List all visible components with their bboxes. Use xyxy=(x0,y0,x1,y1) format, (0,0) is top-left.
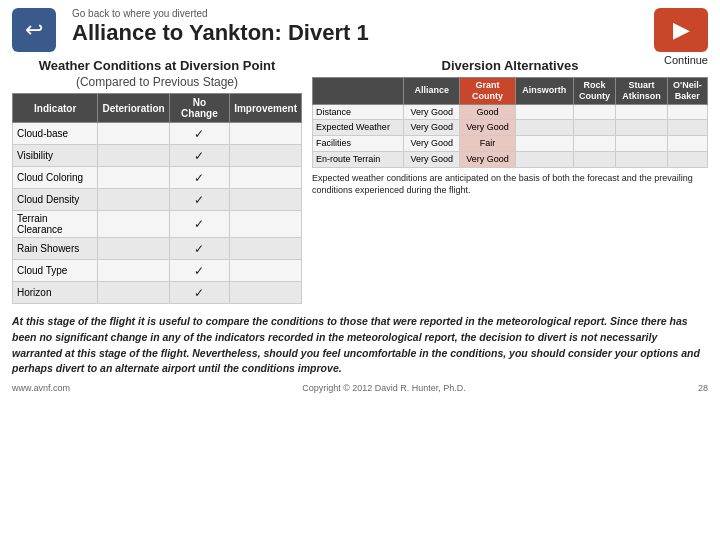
weather-improvement xyxy=(230,282,302,304)
diversion-section: Diversion Alternatives Alliance GrantCou… xyxy=(312,58,708,304)
div-cell-alliance: Very Good xyxy=(404,151,460,167)
div-cell-grant_county: Very Good xyxy=(460,120,516,136)
bottom-text: At this stage of the flight it is useful… xyxy=(0,308,720,381)
table-row: Cloud Coloring✓ xyxy=(13,167,302,189)
weather-indicator: Terrain Clearance xyxy=(13,211,98,238)
back-icon: ↩ xyxy=(25,19,43,41)
table-row: Cloud Density✓ xyxy=(13,189,302,211)
weather-table: Indicator Deterioration No Change Improv… xyxy=(12,93,302,304)
weather-nochange: ✓ xyxy=(169,282,230,304)
footer-left: www.avnf.com xyxy=(12,383,70,393)
table-row: Cloud Type✓ xyxy=(13,260,302,282)
weather-deterioration xyxy=(98,145,169,167)
weather-indicator: Cloud Density xyxy=(13,189,98,211)
main-title: Alliance to Yankton: Divert 1 xyxy=(72,20,646,46)
div-cell-rock_county xyxy=(573,120,616,136)
diversion-table: Alliance GrantCounty Ainsworth RockCount… xyxy=(312,77,708,168)
continue-button[interactable]: ▶ xyxy=(654,8,708,52)
weather-subtitle: (Compared to Previous Stage) xyxy=(12,75,302,89)
div-cell-grant_county: Good xyxy=(460,104,516,120)
table-row: Terrain Clearance✓ xyxy=(13,211,302,238)
weather-indicator: Visibility xyxy=(13,145,98,167)
weather-nochange: ✓ xyxy=(169,260,230,282)
div-cell-rock_county xyxy=(573,136,616,152)
weather-improvement xyxy=(230,260,302,282)
div-col-alliance: Alliance xyxy=(404,78,460,105)
div-col-oneil: O'Neil-Baker xyxy=(667,78,707,105)
div-cell-ainsworth xyxy=(516,136,574,152)
weather-improvement xyxy=(230,123,302,145)
div-cell-label: Facilities xyxy=(313,136,404,152)
div-cell-label: Expected Weather xyxy=(313,120,404,136)
table-row: Cloud-base✓ xyxy=(13,123,302,145)
div-cell-alliance: Very Good xyxy=(404,104,460,120)
div-cell-label: En-route Terrain xyxy=(313,151,404,167)
weather-improvement xyxy=(230,145,302,167)
table-row: Expected WeatherVery GoodVery Good xyxy=(313,120,708,136)
weather-deterioration xyxy=(98,211,169,238)
table-row: FacilitiesVery GoodFair xyxy=(313,136,708,152)
weather-indicator: Rain Showers xyxy=(13,238,98,260)
div-col-grant: GrantCounty xyxy=(460,78,516,105)
div-cell-oneil_baker xyxy=(667,151,707,167)
weather-tbody: Cloud-base✓Visibility✓Cloud Coloring✓Clo… xyxy=(13,123,302,304)
div-cell-stuart_atkinson xyxy=(616,104,667,120)
col-improvement: Improvement xyxy=(230,94,302,123)
weather-indicator: Cloud-base xyxy=(13,123,98,145)
weather-nochange: ✓ xyxy=(169,167,230,189)
col-nochange: No Change xyxy=(169,94,230,123)
table-row: Rain Showers✓ xyxy=(13,238,302,260)
weather-deterioration xyxy=(98,167,169,189)
footer-center: Copyright © 2012 David R. Hunter, Ph.D. xyxy=(302,383,466,393)
body: Weather Conditions at Diversion Point (C… xyxy=(0,56,720,308)
table-row: Visibility✓ xyxy=(13,145,302,167)
weather-indicator: Horizon xyxy=(13,282,98,304)
weather-deterioration xyxy=(98,282,169,304)
weather-improvement xyxy=(230,211,302,238)
div-cell-rock_county xyxy=(573,151,616,167)
weather-deterioration xyxy=(98,238,169,260)
div-cell-oneil_baker xyxy=(667,136,707,152)
back-button[interactable]: ↩ xyxy=(12,8,56,52)
footer-right: 28 xyxy=(698,383,708,393)
div-cell-alliance: Very Good xyxy=(404,136,460,152)
diversion-tbody: DistanceVery GoodGoodExpected WeatherVer… xyxy=(313,104,708,167)
div-cell-ainsworth xyxy=(516,151,574,167)
weather-deterioration xyxy=(98,189,169,211)
footer: www.avnf.com Copyright © 2012 David R. H… xyxy=(0,381,720,395)
div-cell-oneil_baker xyxy=(667,120,707,136)
div-cell-stuart_atkinson xyxy=(616,151,667,167)
weather-nochange: ✓ xyxy=(169,145,230,167)
div-cell-label: Distance xyxy=(313,104,404,120)
div-cell-ainsworth xyxy=(516,120,574,136)
continue-icon: ▶ xyxy=(673,17,690,43)
diversion-title: Diversion Alternatives xyxy=(312,58,708,73)
table-row: Horizon✓ xyxy=(13,282,302,304)
weather-title: Weather Conditions at Diversion Point xyxy=(12,58,302,73)
expected-note: Expected weather conditions are anticipa… xyxy=(312,172,708,197)
weather-improvement xyxy=(230,167,302,189)
div-col-ainsworth: Ainsworth xyxy=(516,78,574,105)
continue-label: Continue xyxy=(664,54,708,66)
weather-deterioration xyxy=(98,260,169,282)
div-cell-rock_county xyxy=(573,104,616,120)
div-cell-ainsworth xyxy=(516,104,574,120)
weather-nochange: ✓ xyxy=(169,123,230,145)
weather-indicator: Cloud Coloring xyxy=(13,167,98,189)
div-cell-stuart_atkinson xyxy=(616,120,667,136)
weather-improvement xyxy=(230,238,302,260)
weather-section: Weather Conditions at Diversion Point (C… xyxy=(12,58,302,304)
weather-indicator: Cloud Type xyxy=(13,260,98,282)
div-col-rock: RockCounty xyxy=(573,78,616,105)
div-cell-alliance: Very Good xyxy=(404,120,460,136)
weather-improvement xyxy=(230,189,302,211)
weather-nochange: ✓ xyxy=(169,189,230,211)
div-cell-oneil_baker xyxy=(667,104,707,120)
weather-deterioration xyxy=(98,123,169,145)
div-col-stuart: StuartAtkinson xyxy=(616,78,667,105)
table-row: En-route TerrainVery GoodVery Good xyxy=(313,151,708,167)
bottom-paragraph: At this stage of the flight it is useful… xyxy=(12,315,700,374)
weather-nochange: ✓ xyxy=(169,238,230,260)
div-cell-grant_county: Fair xyxy=(460,136,516,152)
div-cell-grant_county: Very Good xyxy=(460,151,516,167)
